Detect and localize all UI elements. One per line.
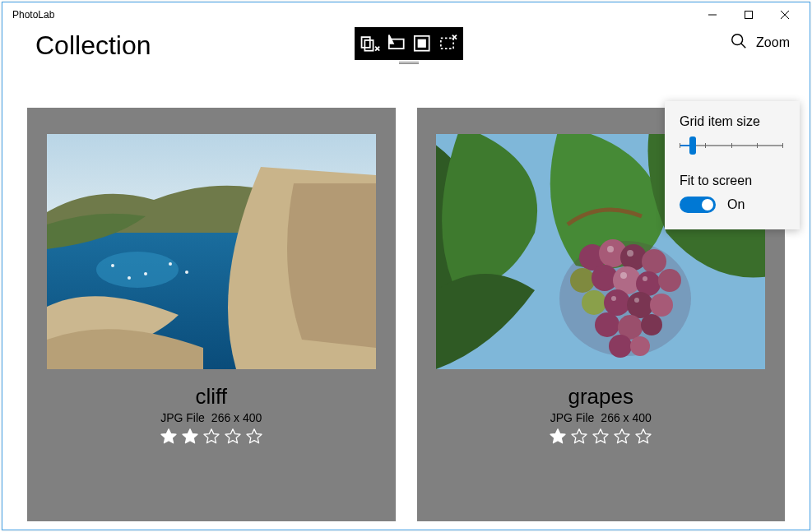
item-title: grapes [568,384,634,409]
app-window: PhotoLab Collection [2,2,810,530]
star-icon[interactable] [224,428,242,449]
grid-next-row-peek [27,513,785,521]
crop-tool-icon[interactable] [438,33,459,54]
grid-size-slider[interactable] [680,137,783,154]
svg-point-14 [96,252,179,288]
svg-rect-4 [362,37,370,48]
svg-point-45 [634,298,639,303]
titlebar: PhotoLab [2,2,810,27]
fit-label: Fit to screen [680,173,785,188]
star-icon[interactable] [613,428,631,449]
pointer-tool-icon[interactable] [386,33,407,54]
item-title: cliff [195,384,227,409]
search-icon [730,32,748,53]
grid-item[interactable]: cliff JPG File 266 x 400 [27,108,396,515]
item-dimensions: 266 x 400 [211,411,262,424]
svg-point-42 [620,272,627,279]
svg-point-18 [128,276,131,280]
rating-control[interactable] [549,428,652,449]
svg-point-43 [643,276,647,281]
svg-point-17 [169,262,172,266]
svg-point-34 [650,294,673,317]
minimize-button[interactable] [694,3,731,26]
svg-rect-1 [745,12,753,19]
fill-tool-icon[interactable] [411,33,433,54]
svg-point-15 [111,264,114,267]
fit-state-label: On [727,197,745,212]
star-icon[interactable] [160,428,178,449]
svg-point-33 [627,292,653,318]
svg-point-40 [607,246,614,252]
svg-point-35 [595,312,619,337]
toolbar-drag-handle[interactable] [399,62,419,64]
grid-size-label: Grid item size [680,114,785,129]
item-meta: JPG File 266 x 400 [550,411,652,424]
svg-point-26 [570,268,595,293]
svg-point-25 [642,249,666,274]
star-icon[interactable] [245,428,263,449]
fit-toggle[interactable] [680,197,716,213]
svg-point-39 [630,336,650,356]
svg-line-11 [741,44,746,49]
svg-rect-8 [418,39,426,48]
select-tool-icon[interactable] [360,33,381,54]
svg-point-16 [144,272,147,275]
rating-control[interactable] [160,428,263,449]
header: Collection [2,27,810,85]
window-title: PhotoLab [12,9,54,21]
item-dimensions: 266 x 400 [601,411,652,424]
slider-thumb[interactable] [689,136,696,155]
svg-point-31 [582,290,606,315]
svg-point-41 [627,250,633,257]
star-icon[interactable] [592,428,610,449]
zoom-label: Zoom [756,35,790,50]
item-meta: JPG File 266 x 400 [160,411,262,424]
star-icon[interactable] [202,428,220,449]
svg-point-44 [611,296,616,301]
svg-point-37 [641,314,662,335]
svg-point-19 [185,271,188,274]
svg-point-38 [609,335,632,358]
zoom-flyout: Grid item size Fit to screen On [665,101,800,229]
star-icon[interactable] [181,428,199,449]
item-filetype: JPG File [160,411,205,424]
close-button[interactable] [767,3,803,26]
zoom-button[interactable]: Zoom [730,32,790,53]
svg-rect-9 [440,39,452,49]
star-icon[interactable] [570,428,588,449]
svg-point-30 [658,269,681,292]
svg-point-10 [732,35,743,45]
svg-point-32 [604,289,630,316]
dev-toolbar[interactable] [355,27,463,60]
star-icon[interactable] [634,428,652,449]
page-title: Collection [35,30,151,61]
item-filetype: JPG File [550,411,595,424]
svg-rect-5 [364,40,373,51]
maximize-button[interactable] [731,3,767,26]
window-controls [694,3,803,26]
thumbnail-image [47,134,376,369]
star-icon[interactable] [549,428,567,449]
